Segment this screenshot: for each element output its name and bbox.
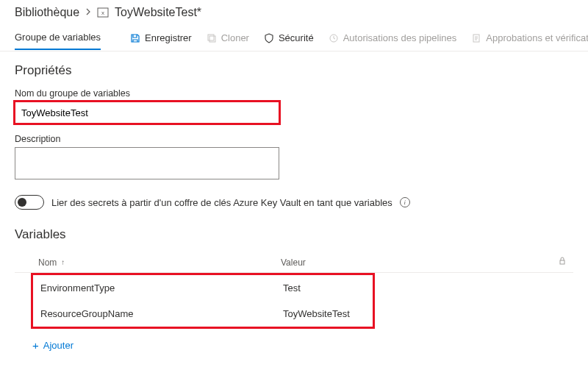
clone-button: Cloner [207,32,249,43]
approvals-button: Approbations et vérifications [471,32,588,43]
col-value-header[interactable]: Valeur [281,257,551,268]
tab-variable-group[interactable]: Groupe de variables [15,26,101,50]
properties-section: Propriétés Nom du groupe de variables De… [0,51,588,210]
pipeline-auth-button: Autorisations des pipelines [329,32,457,43]
shield-icon [264,33,274,43]
approvals-label: Approbations et vérifications [486,32,588,43]
description-input[interactable] [15,147,279,179]
svg-text:x: x [101,10,104,16]
table-row[interactable]: EnvironmentType Test [33,275,373,301]
svg-rect-2 [208,35,214,40]
add-variable-button[interactable]: + Ajouter [15,329,573,352]
col-lock-header [551,257,573,268]
pipeline-auth-label: Autorisations des pipelines [343,32,457,43]
breadcrumb-current: ToyWebsiteTest* [115,6,201,19]
chevron-right-icon [85,7,91,18]
security-button[interactable]: Sécurité [264,32,314,43]
variable-group-icon: x [97,7,109,18]
variables-heading: Variables [15,227,573,242]
properties-heading: Propriétés [15,63,573,78]
add-label: Ajouter [43,340,74,351]
description-label: Description [15,134,573,144]
svg-rect-3 [209,36,215,42]
group-name-input[interactable] [15,102,279,124]
clone-icon [207,33,217,43]
save-button[interactable]: Enregistrer [130,32,192,43]
security-label: Sécurité [279,32,314,43]
sort-ascending-icon: ↑ [61,258,65,266]
svg-rect-8 [560,260,564,264]
name-label: Nom du groupe de variables [15,88,573,99]
keyvault-toggle[interactable] [15,195,44,210]
var-value-cell[interactable]: ToyWebsiteTest [283,308,373,319]
table-row[interactable]: ResourceGroupName ToyWebsiteTest [33,301,373,327]
var-value-cell[interactable]: Test [283,282,373,293]
save-label: Enregistrer [145,32,192,43]
info-icon[interactable]: i [400,197,410,207]
variables-table-header: Nom ↑ Valeur [15,252,573,273]
approvals-icon [471,33,481,43]
variables-section: Variables Nom ↑ Valeur EnvironmentType T… [0,210,588,352]
clone-label: Cloner [221,32,249,43]
var-name-cell[interactable]: EnvironmentType [40,282,283,293]
pipeline-icon [329,33,339,43]
breadcrumb-library[interactable]: Bibliothèque [15,6,79,19]
variables-highlight: EnvironmentType Test ResourceGroupName T… [31,273,375,329]
plus-icon: + [32,339,39,352]
keyvault-toggle-label: Lier des secrets à partir d'un coffre de… [51,197,392,208]
save-icon [130,33,140,43]
toolbar: Groupe de variables Enregistrer Cloner S… [0,22,588,51]
var-name-cell[interactable]: ResourceGroupName [40,308,283,319]
breadcrumb: Bibliothèque x ToyWebsiteTest* [0,0,588,22]
lock-icon [558,257,567,266]
col-name-header[interactable]: Nom [38,257,57,268]
